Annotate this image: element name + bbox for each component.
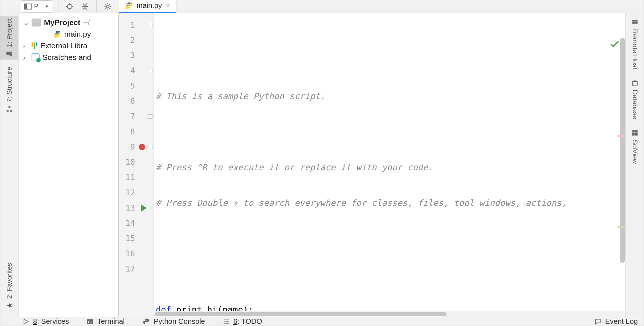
code-area[interactable]: # This is a sample Python script. # Pres… xyxy=(154,13,625,317)
breakpoint-icon[interactable] xyxy=(139,144,145,150)
project-tree[interactable]: ⌄ MyProject ~/ main.py › External Libra … xyxy=(19,13,119,317)
horizontal-scrollbar[interactable] xyxy=(154,311,624,317)
tab-filename: main.py xyxy=(136,1,162,10)
scratches-icon xyxy=(32,53,40,61)
collapse-button[interactable] xyxy=(77,0,93,13)
run-gutter-icon[interactable] xyxy=(141,204,147,212)
gutter-line[interactable]: 9 xyxy=(119,139,153,155)
gutter-line[interactable]: 1 xyxy=(119,17,153,33)
gutter-line[interactable]: 5 xyxy=(119,78,153,94)
tool-window-structure[interactable]: 7: Structure xyxy=(5,64,13,115)
scrollbar-thumb[interactable] xyxy=(155,312,447,316)
svg-rect-16 xyxy=(635,130,637,133)
target-button[interactable] xyxy=(62,0,77,13)
left-tool-strip: 1: Project 7: Structure ★ 2: Favorites xyxy=(0,13,19,317)
tool-window-services[interactable]: 8: Services xyxy=(22,317,69,326)
status-bar: 8: Services Terminal Python Console 6: T… xyxy=(0,317,644,326)
gutter-line[interactable]: 11 xyxy=(119,170,153,185)
editor-gutter[interactable]: 1234567891011121314151617 xyxy=(119,13,154,317)
star-icon: ★ xyxy=(5,302,13,310)
code-editor[interactable]: 1234567891011121314151617 # This is a sa… xyxy=(119,13,625,317)
gutter-line[interactable]: 10 xyxy=(119,155,153,170)
gutter-line[interactable]: 3 xyxy=(119,48,153,63)
python-icon xyxy=(142,318,150,326)
svg-rect-9 xyxy=(10,110,12,112)
svg-rect-13 xyxy=(632,22,637,24)
gutter-line[interactable]: 7 xyxy=(119,109,153,124)
svg-rect-1 xyxy=(25,4,27,9)
fold-icon[interactable] xyxy=(148,23,152,27)
code-line: # This is a sample Python script. xyxy=(156,89,625,104)
tool-window-terminal[interactable]: Terminal xyxy=(86,317,125,326)
fold-icon[interactable] xyxy=(148,69,152,73)
code-line xyxy=(156,124,625,139)
tree-file-name: main.py xyxy=(64,30,91,38)
python-file-icon xyxy=(125,1,133,9)
settings-button[interactable] xyxy=(100,0,115,13)
tool-window-remote-host[interactable]: Remote Host xyxy=(631,16,639,72)
inspection-ok-icon[interactable] xyxy=(610,19,620,29)
tree-scratches[interactable]: › Scratches and xyxy=(19,52,118,63)
terminal-icon xyxy=(86,318,94,325)
gutter-line[interactable]: 13 xyxy=(119,200,153,216)
chevron-down-icon: ▼ xyxy=(45,4,49,9)
svg-rect-17 xyxy=(632,133,635,136)
code-line xyxy=(156,266,625,282)
chevron-down-icon[interactable]: ⌄ xyxy=(23,18,29,27)
target-icon xyxy=(66,3,74,11)
tool-window-python-console[interactable]: Python Console xyxy=(142,317,205,326)
chevron-right-icon[interactable]: › xyxy=(23,53,29,62)
gutter-line[interactable]: 4 xyxy=(119,63,153,78)
tool-window-favorites[interactable]: ★ 2: Favorites xyxy=(5,260,13,313)
gutter-line[interactable]: 14 xyxy=(119,216,153,231)
tree-root[interactable]: ⌄ MyProject ~/ xyxy=(19,17,118,28)
editor-tab-main-py[interactable]: main.py ✕ xyxy=(119,0,176,13)
gutter-line[interactable]: 8 xyxy=(119,124,153,139)
tree-root-path: ~/ xyxy=(83,18,90,27)
tool-window-sciview[interactable]: SciView xyxy=(631,126,639,167)
gutter-line[interactable]: 2 xyxy=(119,33,153,48)
python-file-icon xyxy=(53,30,61,38)
gutter-line[interactable]: 15 xyxy=(119,231,153,246)
tool-window-database[interactable]: Database xyxy=(631,77,639,122)
code-line: # Press ^R to execute it or replace it w… xyxy=(156,160,625,175)
fold-icon[interactable] xyxy=(148,114,152,119)
event-log-icon xyxy=(594,318,602,325)
sciview-icon xyxy=(631,129,639,136)
structure-icon xyxy=(6,105,13,113)
services-icon xyxy=(22,318,29,325)
gutter-line[interactable]: 16 xyxy=(119,246,153,261)
run-config-selector[interactable]: P... ▼ xyxy=(21,0,52,13)
fold-icon[interactable] xyxy=(148,145,152,149)
gutter-line[interactable]: 6 xyxy=(119,94,153,109)
svg-rect-12 xyxy=(632,20,637,21)
tree-root-name: MyProject xyxy=(44,18,80,27)
vertical-scrollbar[interactable] xyxy=(620,38,625,263)
chevron-right-icon[interactable]: › xyxy=(23,41,29,50)
error-stripe-marker[interactable] xyxy=(617,226,625,228)
layout-icon xyxy=(24,3,32,11)
main-toolbar: P... ▼ main.py ✕ xyxy=(0,0,644,13)
folder-icon xyxy=(6,50,13,57)
gutter-line[interactable]: 17 xyxy=(119,261,153,277)
todo-icon xyxy=(223,318,230,325)
svg-rect-19 xyxy=(87,319,93,324)
svg-point-2 xyxy=(68,4,72,9)
close-icon[interactable]: ✕ xyxy=(166,2,170,9)
libraries-icon xyxy=(32,42,37,49)
tool-window-project[interactable]: 1: Project xyxy=(0,16,18,60)
gear-icon xyxy=(104,3,112,11)
gutter-line[interactable]: 12 xyxy=(119,185,153,200)
event-log[interactable]: Event Log xyxy=(594,317,638,326)
tree-file-main-py[interactable]: main.py xyxy=(19,28,118,40)
right-tool-strip: Remote Host Database SciView xyxy=(625,13,644,317)
tool-window-todo[interactable]: 6: TODO xyxy=(223,317,262,326)
svg-point-14 xyxy=(632,80,637,82)
svg-rect-15 xyxy=(632,130,635,133)
collapse-icon xyxy=(81,3,89,11)
error-stripe-marker[interactable] xyxy=(617,135,625,137)
tree-external-libraries[interactable]: › External Libra xyxy=(19,40,118,52)
svg-rect-11 xyxy=(8,106,10,108)
run-config-label: P... xyxy=(34,3,42,10)
svg-point-8 xyxy=(107,5,109,8)
